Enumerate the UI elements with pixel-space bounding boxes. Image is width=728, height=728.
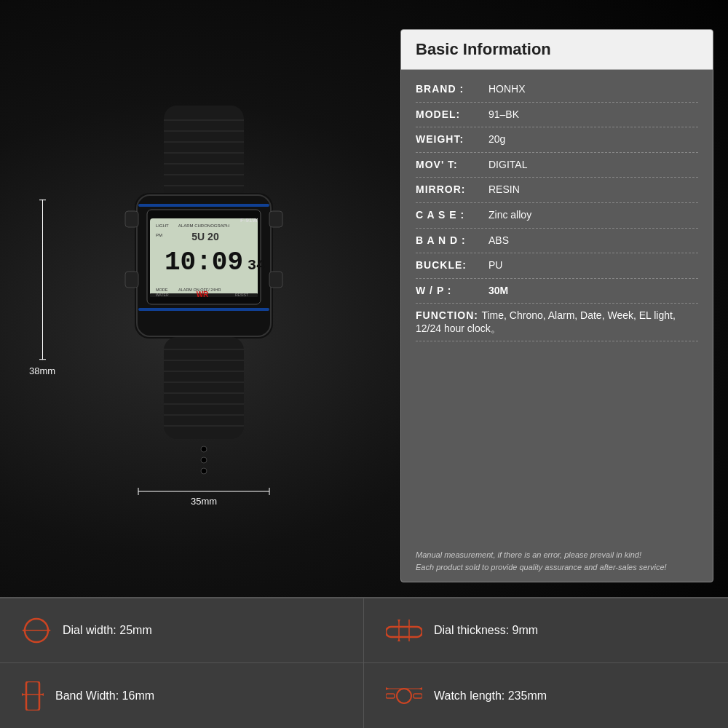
key-brand: BRAND : (416, 82, 488, 97)
info-row-weight: WEIGHT: 20g (416, 127, 698, 153)
svg-text:10:09: 10:09 (165, 248, 243, 277)
svg-marker-54 (397, 620, 400, 622)
disclaimer-line-1: Manual measurement, if there is an error… (416, 549, 698, 561)
val-mirror: RESIN (488, 183, 698, 197)
spec-watch-length: Watch length: 235mm (364, 663, 728, 728)
val-band: ABS (488, 234, 698, 248)
svg-rect-14 (138, 204, 269, 207)
watch-area: 38mm (22, 22, 386, 590)
info-row-case: C A S E : Zinc alloy (416, 203, 698, 229)
info-disclaimer: Manual measurement, if there is an error… (401, 543, 713, 582)
band-width-label: Band Width: 16mm (55, 689, 154, 703)
main-container: 38mm (0, 0, 728, 728)
dial-thickness-label: Dial thickness: 9mm (434, 624, 538, 637)
dimension-38mm: 38mm (29, 199, 55, 376)
info-row-model: MODEL: 91–BK (416, 103, 698, 128)
svg-text:WATER: WATER (156, 293, 169, 297)
dial-width-icon (22, 616, 51, 645)
key-band: B A N D : (416, 234, 488, 248)
svg-text:MODE: MODE (156, 288, 168, 292)
val-movt: DIGITAL (488, 158, 698, 173)
info-row-band: B A N D : ABS (416, 229, 698, 254)
svg-text:PM: PM (156, 233, 162, 237)
svg-marker-59 (41, 693, 44, 696)
key-case: C A S E : (416, 208, 488, 223)
dial-thickness-icon (386, 620, 422, 641)
info-title: Basic Information (401, 30, 713, 70)
svg-point-42 (201, 468, 207, 474)
svg-marker-65 (419, 687, 422, 690)
key-buckle: BUCKLE: (416, 258, 488, 273)
svg-rect-56 (26, 681, 39, 711)
key-movt: MOV' T: (416, 158, 488, 173)
svg-marker-50 (48, 629, 51, 632)
val-wp: 30M (488, 284, 698, 298)
svg-rect-31 (164, 337, 244, 439)
disclaimer-line-2: Each product sold to provide quality ass… (416, 561, 698, 574)
svg-rect-51 (386, 627, 422, 637)
val-brand: HONHX (488, 82, 698, 97)
svg-marker-58 (22, 693, 25, 696)
svg-rect-15 (138, 308, 269, 311)
info-body: BRAND : HONHX MODEL: 91–BK WEIGHT: 20g M… (401, 70, 713, 543)
svg-text:34: 34 (248, 257, 265, 274)
svg-rect-12 (269, 211, 282, 227)
info-row-function: FUNCTION: Time, Chrono, Alarm, Date, Wee… (416, 304, 698, 341)
svg-text:ALARM CHRONOGRAPH: ALARM CHRONOGRAPH (178, 223, 229, 228)
watch-length-label: Watch length: 235mm (434, 689, 547, 703)
svg-text:5U  20: 5U 20 (191, 231, 219, 242)
svg-point-41 (201, 457, 207, 463)
svg-rect-11 (125, 272, 138, 288)
key-mirror: MIRROR: (416, 183, 488, 197)
top-section: 38mm (0, 0, 728, 597)
watch-illustration: LIGHT ALARM CHRONOGRAPH PM 5U 20 10:09 3… (95, 106, 313, 506)
svg-rect-10 (125, 211, 138, 227)
val-buckle: PU (488, 258, 698, 273)
svg-rect-61 (386, 694, 395, 698)
svg-rect-13 (269, 272, 282, 288)
key-weight: WEIGHT: (416, 132, 488, 147)
watch-length-icon (386, 685, 422, 707)
info-panel: Basic Information BRAND : HONHX MODEL: 9… (400, 29, 713, 582)
dial-width-label: Dial width: 25mm (63, 624, 152, 637)
svg-text:LIGHT: LIGHT (156, 223, 169, 228)
svg-marker-64 (386, 687, 389, 690)
svg-point-40 (201, 446, 207, 452)
svg-text:RESIST: RESIST (235, 293, 248, 297)
info-row-mirror: MIRROR: RESIN (416, 178, 698, 203)
info-row-movt: MOV' T: DIGITAL (416, 153, 698, 178)
spec-band-width: Band Width: 16mm (0, 663, 364, 728)
svg-text:35mm: 35mm (191, 496, 217, 506)
svg-rect-62 (414, 694, 422, 698)
spec-dial-thickness: Dial thickness: 9mm (364, 598, 728, 663)
info-row-wp: W / P : 30M (416, 279, 698, 304)
svg-text:WR: WR (197, 290, 209, 298)
info-row-brand: BRAND : HONHX (416, 77, 698, 103)
svg-marker-55 (397, 638, 400, 641)
val-weight: 20g (488, 132, 698, 147)
svg-text:F-91W: F-91W (240, 217, 258, 223)
svg-marker-49 (22, 629, 25, 632)
specs-bar: Dial width: 25mm Dial thickness: 9mm Ban… (0, 597, 728, 728)
band-width-icon (22, 681, 44, 711)
key-wp: W / P : (416, 284, 488, 298)
key-function: FUNCTION: (416, 309, 478, 321)
info-row-buckle: BUCKLE: PU (416, 253, 698, 279)
val-case: Zinc alloy (488, 208, 698, 223)
val-model: 91–BK (488, 108, 698, 122)
spec-dial-width: Dial width: 25mm (0, 598, 364, 663)
key-model: MODEL: (416, 108, 488, 122)
svg-point-60 (397, 689, 411, 703)
